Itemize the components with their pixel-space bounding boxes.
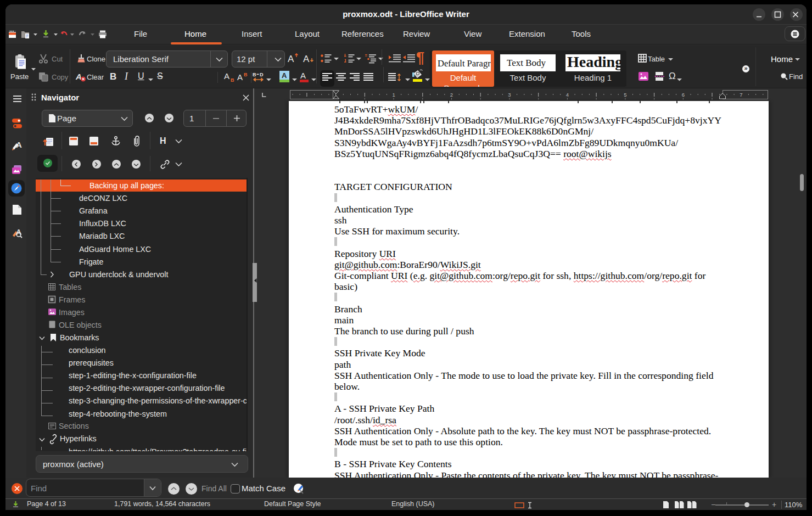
svg-text:B: B [231, 77, 234, 83]
svg-text:A: A [282, 71, 287, 80]
svg-text:6: 6 [682, 92, 685, 98]
svg-text:A: A [300, 71, 306, 80]
svg-text:A: A [224, 71, 229, 81]
svg-text:5: 5 [624, 92, 626, 98]
svg-text:7: 7 [740, 92, 742, 98]
svg-text:D: D [260, 72, 264, 77]
svg-text:A: A [303, 54, 310, 64]
svg-text:B: B [253, 72, 256, 77]
svg-text:1: 1 [392, 92, 395, 98]
svg-text:A: A [237, 72, 243, 82]
svg-text:B: B [244, 72, 248, 77]
svg-text:2: 2 [450, 92, 453, 98]
svg-text:4: 4 [566, 92, 569, 98]
svg-text:3: 3 [508, 92, 511, 98]
svg-text:A: A [288, 54, 294, 64]
svg-text:A: A [75, 72, 82, 81]
